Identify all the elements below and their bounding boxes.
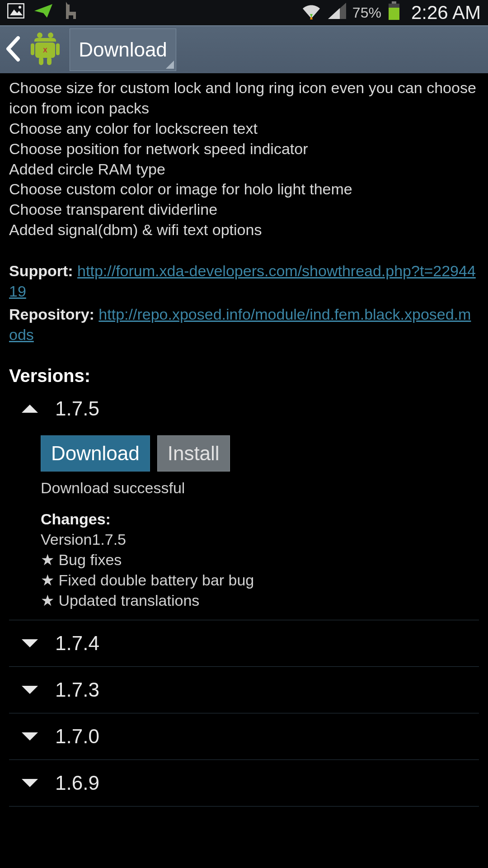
version-name: 1.6.9 <box>55 770 99 796</box>
svg-rect-0 <box>8 4 24 18</box>
description-line: Added signal(dbm) & wifi text options <box>9 220 479 240</box>
svg-rect-18 <box>39 57 43 65</box>
changelog-title: Changes: <box>41 509 479 529</box>
expand-icon <box>22 686 38 694</box>
support-row: Support: http://forum.xda-developers.com… <box>9 261 479 302</box>
description-line: Choose any color for lockscreen text <box>9 118 479 139</box>
description-line: Choose custom color or image for holo li… <box>9 179 479 199</box>
svg-marker-1 <box>10 9 23 15</box>
action-bar: X Download <box>0 25 488 73</box>
gallery-notification-icon <box>7 3 24 23</box>
description-line: Choose position for network speed indica… <box>9 139 479 159</box>
description-line: Choose size for custom lock and long rin… <box>9 78 479 118</box>
download-button[interactable]: Download <box>41 435 150 472</box>
changelog: Changes: Version1.7.5★ Bug fixes★ Fixed … <box>41 509 479 610</box>
svg-point-2 <box>19 6 21 9</box>
version-row[interactable]: 1.7.3 <box>9 667 479 713</box>
svg-rect-8 <box>392 1 396 4</box>
battery-percent: 75% <box>352 5 381 21</box>
xposed-app-icon[interactable]: X <box>29 31 61 69</box>
version-row-expanded[interactable]: 1.7.5 <box>9 391 479 432</box>
version-expanded-body: Download Install Download successful Cha… <box>9 435 479 620</box>
changelog-line: ★ Bug fixes <box>41 550 479 570</box>
paper-plane-icon <box>33 3 53 23</box>
version-name: 1.7.3 <box>55 677 99 703</box>
support-link[interactable]: http://forum.xda-developers.com/showthre… <box>9 262 476 300</box>
content-scroll[interactable]: Choose size for custom lock and long rin… <box>0 73 488 807</box>
back-button[interactable] <box>5 35 21 64</box>
status-bar: 75% 2:26 AM <box>0 0 488 25</box>
battery-icon <box>388 1 400 24</box>
svg-marker-3 <box>34 4 52 18</box>
versions-header: Versions: <box>9 364 479 388</box>
llama-icon <box>62 2 78 24</box>
clock: 2:26 AM <box>411 2 481 24</box>
svg-rect-10 <box>389 8 399 20</box>
expand-icon <box>22 639 38 647</box>
svg-rect-19 <box>47 57 52 65</box>
svg-rect-17 <box>56 43 60 55</box>
install-button[interactable]: Install <box>157 435 230 472</box>
module-description: Choose size for custom lock and long rin… <box>9 78 479 240</box>
version-row[interactable]: 1.7.0 <box>9 713 479 760</box>
svg-text:X: X <box>43 47 47 54</box>
collapse-icon <box>22 405 38 413</box>
repository-row: Repository: http://repo.xposed.info/modu… <box>9 304 479 345</box>
description-line: Added circle RAM type <box>9 159 479 179</box>
changelog-line: Version1.7.5 <box>41 529 479 550</box>
navigation-spinner-label: Download <box>79 38 167 61</box>
repository-label: Repository: <box>9 306 99 323</box>
version-name: 1.7.4 <box>55 630 99 656</box>
expand-icon <box>22 779 38 787</box>
cellular-signal-icon <box>328 3 346 23</box>
changelog-line: ★ Updated translations <box>41 590 479 611</box>
description-line: Choose transparent dividerline <box>9 199 479 220</box>
version-row[interactable]: 1.7.4 <box>9 620 479 667</box>
support-label: Support: <box>9 262 77 279</box>
version-name: 1.7.5 <box>55 396 99 422</box>
changelog-line: ★ Fixed double battery bar bug <box>41 570 479 590</box>
expand-icon <box>22 732 38 741</box>
version-name: 1.7.0 <box>55 723 99 750</box>
navigation-spinner[interactable]: Download <box>70 28 176 71</box>
wifi-icon <box>301 2 322 24</box>
svg-marker-7 <box>328 8 340 19</box>
svg-rect-16 <box>31 43 34 55</box>
version-row[interactable]: 1.6.9 <box>9 760 479 807</box>
download-status: Download successful <box>41 478 479 498</box>
